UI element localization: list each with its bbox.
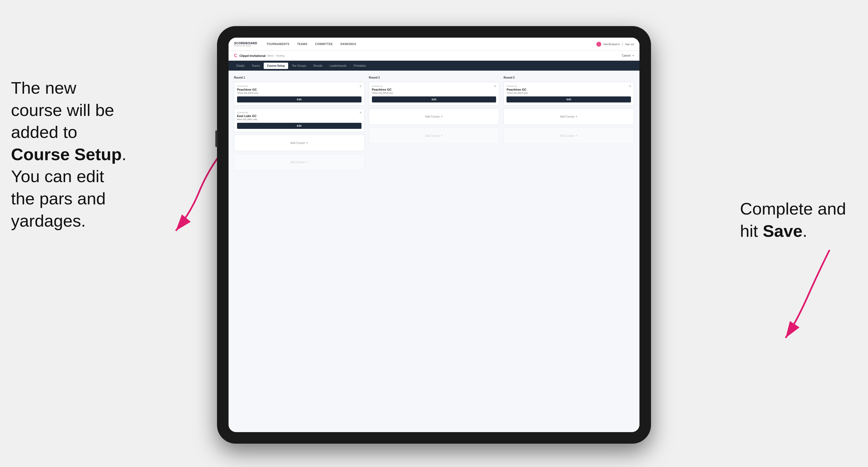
user-email: blair@clippd.io — [603, 43, 620, 45]
round2-add-course-2-label: Add Course — [425, 134, 440, 137]
round2-course-a-delete-button[interactable]: ✕ — [494, 84, 497, 88]
tab-course-setup[interactable]: Course Setup — [264, 63, 288, 69]
tab-tee-groups[interactable]: Tee Groups — [289, 63, 310, 69]
round1-course-b-name: East Lake GC — [237, 114, 362, 118]
round1-add-course-2-plus: + — [306, 160, 308, 164]
round1-add-course-2-button: Add Course + — [234, 154, 365, 170]
nav-right-section: blair@clippd.io | Sign out — [596, 42, 634, 47]
round2-add-course-1-button[interactable]: Add Course + — [369, 108, 499, 125]
round1-add-course-1-plus: + — [306, 141, 308, 145]
round3-course-a-badge: (Course A) — [506, 85, 631, 87]
round2-add-course-1-plus: + — [441, 115, 443, 118]
nav-divider: | — [622, 43, 623, 45]
hosting-badge: Hosting — [276, 54, 284, 57]
round3-add-course-2-plus: + — [576, 134, 578, 137]
nav-tournaments[interactable]: TOURNAMENTS — [266, 41, 290, 47]
tournament-gender: (Men) — [267, 54, 274, 57]
round-3-label: Round 3 — [503, 76, 634, 79]
round3-add-course-1-button[interactable]: Add Course + — [503, 108, 634, 125]
round1-course-b-edit-button[interactable]: Edit — [237, 123, 362, 129]
tablet-screen: SCOREBOARD Powered by clippd TOURNAMENTS… — [228, 38, 640, 432]
round3-course-a-delete-button[interactable]: ✕ — [629, 84, 631, 88]
round3-add-course-1-plus: + — [576, 115, 578, 118]
round3-course-a-name: Peachtree GC — [506, 88, 631, 91]
annotation-left: The new course will be added to Course S… — [11, 77, 126, 232]
content-area: Round 1 ✕ (Course A) Peachtree GC Yellow… — [228, 71, 640, 432]
tab-teams[interactable]: Teams — [249, 63, 263, 69]
round1-add-course-1-button[interactable]: Add Course + — [234, 134, 365, 151]
annotation-right: Complete and hit Save. — [740, 198, 846, 242]
sub-header: C Clippd Invitational (Men) Hosting Canc… — [228, 51, 640, 61]
round-1-column: Round 1 ✕ (Course A) Peachtree GC Yellow… — [234, 76, 365, 173]
logo-sub: Powered by clippd — [234, 45, 257, 47]
round2-add-course-1-label: Add Course — [425, 115, 440, 118]
scoreboard-logo: SCOREBOARD Powered by clippd — [234, 41, 257, 47]
tablet-device: SCOREBOARD Powered by clippd TOURNAMENTS… — [217, 26, 651, 444]
nav-teams[interactable]: TEAMS — [297, 41, 308, 47]
round3-course-a-edit-button[interactable]: Edit — [506, 96, 631, 102]
cancel-button[interactable]: Cancel × — [621, 54, 634, 57]
logo-title: SCOREBOARD — [234, 41, 257, 45]
round1-course-a-edit-button[interactable]: Edit — [237, 96, 362, 102]
round-2-label: Round 2 — [369, 76, 499, 79]
round1-course-a-card: ✕ (Course A) Peachtree GC Yellow (M) (66… — [234, 82, 365, 105]
round1-add-course-1-label: Add Course — [290, 142, 305, 145]
round2-add-course-2-plus: + — [441, 134, 443, 137]
round2-course-a-info: Yellow (M) (6629 yds) — [372, 92, 496, 94]
round1-course-a-badge: (Course A) — [237, 85, 362, 87]
clippd-logo: C — [234, 53, 237, 58]
tab-bar: Details Teams Course Setup Tee Groups Re… — [228, 61, 640, 71]
round1-course-b-info: Black (M) (6891 yds) — [237, 118, 362, 121]
round1-course-a-info: Yellow (M) (6629 yds) — [237, 92, 362, 94]
round-2-column: Round 2 ✕ (Course A) Peachtree GC Yellow… — [369, 76, 499, 173]
round1-add-course-2-label: Add Course — [290, 161, 305, 164]
round1-course-b-card: ✕ (Course B) East Lake GC Black (M) (689… — [234, 108, 365, 132]
round1-course-b-delete-button[interactable]: ✕ — [359, 111, 362, 115]
tab-printables[interactable]: Printables — [350, 63, 369, 69]
round2-course-a-name: Peachtree GC — [372, 88, 496, 91]
tablet-side-button — [215, 130, 218, 147]
cancel-label: Cancel — [622, 54, 630, 57]
round3-add-course-1-label: Add Course — [560, 115, 575, 118]
round2-course-a-card: ✕ (Course A) Peachtree GC Yellow (M) (66… — [369, 82, 499, 105]
round-1-label: Round 1 — [234, 76, 365, 79]
round1-course-b-badge: (Course B) — [237, 111, 362, 114]
round3-course-a-info: Yellow (M) (6629 yds) — [506, 92, 631, 94]
annotation-left-text: The new course will be added to Course S… — [11, 78, 126, 230]
sign-out-link[interactable]: Sign out — [625, 43, 634, 45]
round3-add-course-2-label: Add Course — [560, 134, 575, 137]
round1-course-a-name: Peachtree GC — [237, 88, 362, 91]
nav-committee[interactable]: COMMITTEE — [314, 41, 334, 47]
round2-course-a-edit-button[interactable]: Edit — [372, 96, 496, 102]
round1-course-a-delete-button[interactable]: ✕ — [359, 84, 362, 88]
cancel-icon: × — [632, 54, 634, 57]
avatar — [596, 42, 601, 47]
tab-results[interactable]: Results — [310, 63, 326, 69]
round-3-column: Round 3 ✕ (Course A) Peachtree GC Yellow… — [503, 76, 634, 173]
tab-details[interactable]: Details — [233, 63, 248, 69]
top-navigation: SCOREBOARD Powered by clippd TOURNAMENTS… — [228, 38, 640, 51]
annotation-right-text: Complete and hit Save. — [740, 199, 846, 240]
round2-course-a-badge: (Course A) — [372, 85, 496, 87]
round2-add-course-2-button: Add Course + — [369, 127, 499, 144]
rounds-grid: Round 1 ✕ (Course A) Peachtree GC Yellow… — [234, 76, 634, 173]
arrow-right-icon — [747, 245, 835, 343]
round3-add-course-2-button: Add Course + — [503, 127, 634, 144]
tab-leaderboards[interactable]: Leaderboards — [326, 63, 350, 69]
tournament-title: Clippd Invitational — [240, 54, 266, 57]
round3-course-a-card: ✕ (Course A) Peachtree GC Yellow (M) (66… — [503, 82, 634, 105]
nav-rankings[interactable]: RANKINGS — [340, 41, 357, 47]
